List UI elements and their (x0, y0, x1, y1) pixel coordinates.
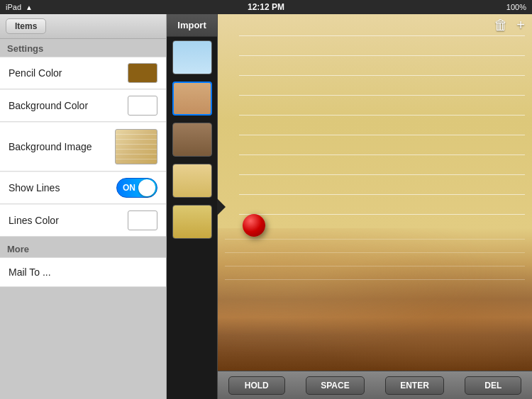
cork-line-4 (225, 279, 525, 280)
toggle-on-label: ON (123, 183, 135, 193)
show-lines-toggle[interactable]: ON (116, 178, 157, 198)
cork-line-1 (225, 239, 525, 240)
import-tab[interactable]: Import (167, 14, 217, 37)
settings-list: Pencil Color Background Color Background… (0, 57, 166, 237)
status-bar: iPad ▲ 12:12 PM 100% (0, 0, 532, 14)
line-2 (239, 55, 525, 56)
enter-button[interactable]: ENTER (385, 376, 444, 395)
pin (243, 214, 268, 240)
keyboard-bar: HOLD SPACE ENTER DEL (218, 371, 532, 399)
cork-area (218, 228, 532, 371)
main-container: Items Settings Pencil Color Background C… (0, 14, 532, 399)
sidebar: Items Settings Pencil Color Background C… (0, 14, 167, 399)
cork-line-2 (225, 252, 525, 253)
toggle-knob (138, 179, 155, 196)
right-area: 🗑 + Import (167, 14, 532, 399)
more-title: More (0, 240, 166, 257)
pencil-color-label: Pencil Color (9, 67, 128, 79)
status-time: 12:12 PM (248, 2, 284, 12)
swatch-yellow[interactable] (172, 164, 212, 198)
top-toolbar: 🗑 + (487, 14, 532, 36)
cork-lines (225, 239, 525, 293)
status-left: iPad ▲ (6, 3, 33, 11)
sidebar-header: Items (0, 14, 166, 39)
background-image-preview[interactable] (115, 129, 157, 164)
battery-label: 100% (506, 3, 526, 11)
notepad-lines (218, 14, 532, 246)
background-image-label: Background Image (9, 141, 115, 152)
pencil-color-swatch[interactable] (128, 63, 157, 83)
pin-head (243, 214, 265, 237)
line-10 (239, 214, 525, 215)
lines-color-swatch[interactable] (128, 210, 157, 230)
hold-button[interactable]: HOLD (228, 376, 285, 395)
line-7 (239, 154, 525, 155)
del-button[interactable]: DEL (465, 376, 521, 395)
wifi-icon: ▲ (26, 4, 33, 11)
canvas-area[interactable] (218, 14, 532, 371)
carrier-label: iPad (6, 3, 21, 11)
line-4 (239, 95, 525, 96)
lines-color-label: Lines Color (9, 215, 128, 226)
background-image-row: Background Image (0, 122, 166, 172)
items-button[interactable]: Items (6, 18, 46, 34)
line-1 (239, 35, 525, 36)
show-lines-label: Show Lines (9, 182, 116, 193)
background-color-label: Background Color (9, 100, 128, 111)
line-8 (239, 174, 525, 175)
line-9 (239, 194, 525, 195)
add-button[interactable]: + (516, 17, 525, 33)
lines-color-row: Lines Color (0, 204, 166, 237)
import-panel: Import (167, 14, 218, 399)
line-5 (239, 115, 525, 116)
swatch-gold[interactable] (172, 205, 212, 239)
delete-button[interactable]: 🗑 (494, 17, 508, 33)
settings-title: Settings (0, 39, 166, 57)
swatch-brown[interactable] (172, 123, 212, 157)
mail-row[interactable]: Mail To ... (0, 257, 166, 287)
pencil-color-row: Pencil Color (0, 57, 166, 89)
cork-line-3 (225, 266, 525, 266)
mail-label: Mail To ... (9, 266, 51, 278)
space-button[interactable]: SPACE (306, 376, 364, 395)
line-6 (239, 135, 525, 135)
line-3 (239, 75, 525, 76)
swatch-blue[interactable] (172, 40, 212, 74)
swatch-tan[interactable] (172, 82, 212, 116)
background-color-swatch[interactable] (128, 96, 157, 116)
panel-chevron (217, 198, 226, 215)
show-lines-row: Show Lines ON (0, 172, 166, 204)
background-color-row: Background Color (0, 89, 166, 122)
